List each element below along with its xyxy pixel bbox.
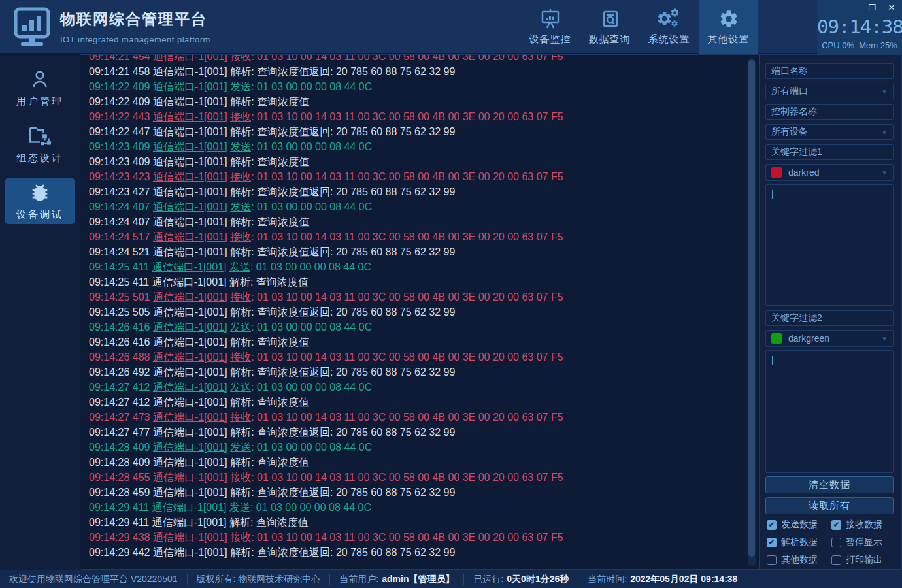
filter-panel: 端口名称 所有端口 ▼ 控制器名称 所有设备 ▼ 关键字过滤1 darkred … (760, 54, 902, 570)
checkbox-其他数据[interactable]: 其他数据 (767, 554, 831, 566)
checkbox-接收数据[interactable]: ✔接收数据 (831, 519, 896, 531)
sidebar-item-label: 组态设计 (16, 152, 63, 165)
clear-data-button[interactable]: 清空数据 (765, 476, 894, 493)
log-list: 09:14:21 454 通信端口-1[001] 接收: 01 03 10 00… (80, 54, 759, 560)
controller-name-field[interactable]: 控制器名称 (765, 104, 894, 120)
nav-system-settings[interactable]: 系统设置 (639, 0, 699, 54)
debug-log-panel[interactable]: 09:14:21 454 通信端口-1[001] 接收: 01 03 10 00… (80, 54, 760, 570)
checkbox-checked-icon[interactable]: ✔ (831, 520, 841, 530)
cpu-usage: CPU 0% (822, 41, 854, 50)
monitor-board-icon (539, 8, 561, 29)
filter2-color-select[interactable]: darkgreen ▼ (765, 330, 894, 347)
checkbox-label: 接收数据 (846, 519, 882, 531)
log-line: 09:14:29 411 通信端口-1[001] 发送: 01 03 00 00… (89, 500, 759, 515)
log-line: 09:14:29 438 通信端口-1[001] 接收: 01 03 10 00… (89, 530, 759, 545)
design-icon (27, 124, 52, 148)
checkbox-label: 其他数据 (781, 554, 818, 566)
data-query-icon (599, 8, 620, 29)
keyword-filter1-field[interactable]: 关键字过滤1 (765, 144, 894, 160)
sidebar: 用户管理 组态设计 设备调试 (0, 56, 80, 570)
log-line: 09:14:23 409 通信端口-1[001] 发送: 01 03 00 00… (89, 139, 759, 154)
log-line: 09:14:27 412 通信端口-1[001] 发送: 01 03 00 00… (89, 380, 759, 395)
nav-label: 数据查询 (589, 33, 631, 46)
checkbox-发送数据[interactable]: ✔发送数据 (767, 519, 831, 531)
clock-block: – ❒ ✕ 09:14:38 CPU 0% Mem 25% (817, 0, 902, 54)
minimize-button[interactable]: – (847, 3, 858, 13)
digital-clock: 09:14:38 (817, 16, 901, 38)
statusbar-current-time: 当前时间: 2022年05月02日 09:14:38 (578, 574, 746, 585)
checkbox-unchecked-icon[interactable] (831, 538, 841, 547)
nav-device-monitor[interactable]: 设备监控 (520, 0, 580, 54)
chevron-down-icon: ▼ (881, 88, 888, 95)
log-line: 09:14:25 505 通信端口-1[001] 解析: 查询浓度值返回: 20… (89, 304, 759, 319)
sidebar-item-label: 用户管理 (16, 95, 63, 108)
nav-label: 其他设置 (708, 33, 750, 46)
checkbox-暂停显示[interactable]: 暂停显示 (831, 536, 896, 548)
gears-icon (658, 8, 681, 29)
checkbox-解析数据[interactable]: ✔解析数据 (767, 536, 831, 548)
bug-icon (29, 182, 51, 204)
uptime-value: 0天0时1分26秒 (507, 574, 569, 585)
checkbox-grid: ✔发送数据✔接收数据✔解析数据暂停显示其他数据打印输出 (767, 519, 896, 566)
statusbar-copyright: 版权所有: 物联网技术研究中心 (188, 574, 331, 585)
log-line: 09:14:29 411 通信端口-1[001] 解析: 查询浓度值 (89, 515, 759, 530)
port-name-field[interactable]: 端口名称 (765, 63, 894, 79)
port-select[interactable]: 所有端口 ▼ (765, 84, 894, 99)
app-subtitle: IOT integrated management platform (60, 35, 210, 44)
maximize-button[interactable]: ❒ (867, 3, 877, 13)
sidebar-item-user-management[interactable]: 用户管理 (5, 65, 75, 110)
top-nav: 设备监控 数据查询 系统设置 (520, 0, 758, 54)
log-line: 09:14:22 447 通信端口-1[001] 解析: 查询浓度值返回: 20… (89, 124, 759, 139)
log-line: 09:14:23 409 通信端口-1[001] 解析: 查询浓度值 (89, 154, 759, 169)
read-all-button[interactable]: 读取所有 (765, 497, 894, 514)
filter1-color-swatch (771, 167, 782, 178)
checkbox-checked-icon[interactable]: ✔ (767, 520, 777, 530)
statusbar-welcome: 欢迎使用物联网综合管理平台 V20220501 (9, 574, 188, 585)
checkbox-label: 打印输出 (846, 554, 882, 566)
close-button[interactable]: ✕ (886, 3, 897, 13)
log-line: 09:14:21 454 通信端口-1[001] 接收: 01 03 10 00… (89, 54, 759, 64)
log-line: 09:14:22 443 通信端口-1[001] 接收: 01 03 10 00… (89, 109, 759, 124)
log-line: 09:14:28 409 通信端口-1[001] 解析: 查询浓度值 (89, 455, 759, 470)
log-line: 09:14:25 411 通信端口-1[001] 解析: 查询浓度值 (89, 274, 759, 289)
nav-label: 设备监控 (529, 33, 571, 46)
header: 物联网综合管理平台 IOT integrated management plat… (0, 0, 902, 54)
nav-data-query[interactable]: 数据查询 (580, 0, 639, 54)
mem-usage: Mem 25% (859, 41, 897, 50)
nav-other-settings[interactable]: 其他设置 (699, 0, 758, 54)
gear-icon (718, 8, 739, 29)
checkbox-unchecked-icon[interactable] (767, 555, 777, 565)
current-time-label: 当前时间: (588, 574, 627, 585)
keyword-filter2-field[interactable]: 关键字过滤2 (765, 310, 894, 326)
checkbox-打印输出[interactable]: 打印输出 (831, 554, 896, 566)
log-line: 09:14:28 409 通信端口-1[001] 发送: 01 03 00 00… (89, 440, 759, 455)
log-line: 09:14:21 458 通信端口-1[001] 解析: 查询浓度值返回: 20… (89, 64, 759, 79)
nav-label: 系统设置 (648, 33, 690, 46)
sidebar-item-config-design[interactable]: 组态设计 (5, 122, 75, 167)
log-line: 09:14:25 411 通信端口-1[001] 发送: 01 03 00 00… (89, 259, 759, 274)
current-user-value: admin【管理员】 (382, 574, 454, 585)
sidebar-item-device-debug[interactable]: 设备调试 (5, 178, 75, 224)
device-select[interactable]: 所有设备 ▼ (765, 124, 894, 140)
sidebar-item-label: 设备调试 (16, 208, 63, 221)
app-title: 物联网综合管理平台 (60, 9, 210, 29)
log-line: 09:14:28 455 通信端口-1[001] 接收: 01 03 10 00… (89, 470, 759, 485)
log-line: 09:14:24 521 通信端口-1[001] 解析: 查询浓度值返回: 20… (89, 244, 759, 259)
log-scrollbar-track[interactable] (748, 58, 756, 566)
log-line: 09:14:26 416 通信端口-1[001] 发送: 01 03 00 00… (89, 319, 759, 335)
log-line: 09:14:24 407 通信端口-1[001] 发送: 01 03 00 00… (89, 199, 759, 214)
filter2-keywords-textarea[interactable]: | (765, 350, 894, 473)
statusbar-current-user: 当前用户: admin【管理员】 (330, 574, 464, 585)
checkbox-unchecked-icon[interactable] (831, 555, 841, 565)
log-line: 09:14:24 517 通信端口-1[001] 接收: 01 03 10 00… (89, 229, 759, 244)
log-line: 09:14:26 492 通信端口-1[001] 解析: 查询浓度值返回: 20… (89, 365, 759, 380)
filter1-color-select[interactable]: darkred ▼ (765, 164, 894, 181)
log-scrollbar-thumb[interactable] (748, 60, 755, 557)
filter1-keywords-textarea[interactable]: | (765, 184, 894, 306)
current-time-value: 2022年05月02日 09:14:38 (630, 574, 737, 585)
log-line: 09:14:29 442 通信端口-1[001] 解析: 查询浓度值返回: 20… (89, 545, 759, 560)
checkbox-label: 发送数据 (781, 519, 818, 531)
checkbox-checked-icon[interactable]: ✔ (767, 538, 777, 547)
log-line: 09:14:25 501 通信端口-1[001] 接收: 01 03 10 00… (89, 289, 759, 304)
current-user-label: 当前用户: (339, 574, 378, 585)
